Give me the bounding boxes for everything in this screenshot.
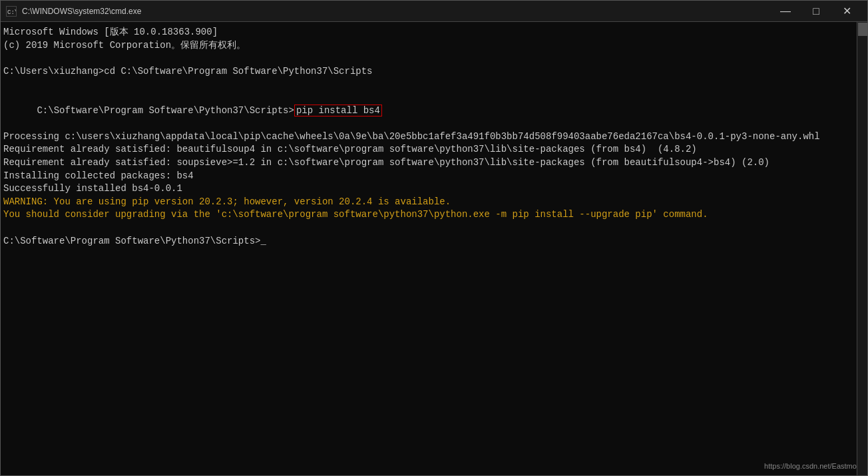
terminal-warning-line2: You should consider upgrading via the 'c… <box>3 208 865 222</box>
close-button[interactable]: ✕ <box>831 1 862 22</box>
terminal-line: Requirement already satisfied: beautiful… <box>3 143 865 156</box>
terminal-line: (c) 2019 Microsoft Corporation。保留所有权利。 <box>3 39 865 53</box>
terminal-line: Successfully installed bs4-0.0.1 <box>3 182 865 196</box>
scrollbar[interactable] <box>857 22 867 475</box>
terminal-line: C:\Users\xiuzhang>cd C:\Software\Program… <box>3 65 865 79</box>
terminal-line: Requirement already satisfied: soupsieve… <box>3 156 865 170</box>
maximize-button[interactable]: □ <box>801 1 831 22</box>
terminal-prompt-line: C:\Software\Program Software\Python37\Sc… <box>3 235 865 248</box>
cmd-icon: C:\ <box>6 6 17 17</box>
prompt-text: C:\Software\Program Software\Python37\Sc… <box>37 105 294 116</box>
window-title: C:\WINDOWS\system32\cmd.exe <box>22 7 770 16</box>
terminal-line <box>3 222 865 235</box>
terminal-pip-command-line: C:\Software\Program Software\Python37\Sc… <box>3 91 865 130</box>
terminal-line: Processing c:\users\xiuzhang\appdata\loc… <box>3 130 865 144</box>
pip-command: pip install bs4 <box>294 105 382 117</box>
terminal-warning-line: WARNING: You are using pip version 20.2.… <box>3 196 865 209</box>
cmd-window: C:\ C:\WINDOWS\system32\cmd.exe — □ ✕ Mi… <box>0 0 868 476</box>
title-bar: C:\ C:\WINDOWS\system32\cmd.exe — □ ✕ <box>1 1 867 22</box>
terminal-body[interactable]: Microsoft Windows [版本 10.0.18363.900] (c… <box>1 22 867 475</box>
svg-text:C:\: C:\ <box>7 9 16 16</box>
watermark: https://blog.csdn.net/Eastmou <box>764 461 861 471</box>
terminal-line: Microsoft Windows [版本 10.0.18363.900] <box>3 26 865 39</box>
minimize-button[interactable]: — <box>770 1 801 22</box>
terminal-line: Installing collected packages: bs4 <box>3 170 865 183</box>
terminal-line <box>3 78 865 91</box>
scrollbar-thumb[interactable] <box>858 23 867 36</box>
window-controls: — □ ✕ <box>770 1 862 22</box>
terminal-line <box>3 52 865 65</box>
